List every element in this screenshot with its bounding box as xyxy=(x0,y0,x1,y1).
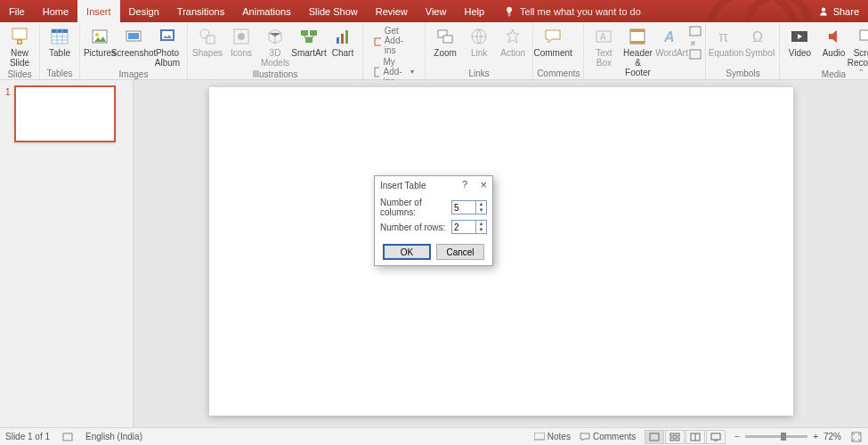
table-button[interactable]: Table xyxy=(44,24,76,58)
language-indicator[interactable]: English (India) xyxy=(85,432,142,441)
columns-input[interactable] xyxy=(452,201,475,214)
cancel-button[interactable]: Cancel xyxy=(436,244,484,260)
zoom-level[interactable]: 72% xyxy=(823,432,841,441)
svg-point-2 xyxy=(821,7,825,12)
group-tables-label: Tables xyxy=(44,67,76,79)
audio-button[interactable]: Audio xyxy=(817,24,849,58)
screen-recording-button[interactable]: Screen Recording xyxy=(851,24,868,68)
rows-up[interactable]: ▲ xyxy=(476,221,486,227)
svg-rect-19 xyxy=(305,37,312,43)
status-bar: Slide 1 of 1 English (India) Notes Comme… xyxy=(0,427,868,445)
notes-icon xyxy=(534,433,545,441)
rows-input[interactable] xyxy=(452,221,475,233)
tab-review[interactable]: Review xyxy=(367,0,417,22)
group-symbols-label: Symbols xyxy=(710,67,775,79)
date-time-icon[interactable] xyxy=(689,26,702,36)
share-button[interactable]: Share xyxy=(818,0,859,22)
normal-view-button[interactable] xyxy=(645,430,664,444)
slide-thumbnail-panel: 1 xyxy=(0,80,134,436)
notes-button[interactable]: Notes xyxy=(534,432,571,441)
svg-rect-31 xyxy=(630,29,645,32)
video-button[interactable]: Video xyxy=(783,24,815,58)
audio-icon xyxy=(823,27,843,46)
title-bar: File Home Insert Design Transitions Anim… xyxy=(0,0,868,22)
svg-rect-22 xyxy=(345,30,348,44)
dialog-help-button[interactable]: ? xyxy=(462,179,467,190)
svg-rect-21 xyxy=(341,34,344,44)
svg-rect-45 xyxy=(670,433,674,436)
svg-rect-10 xyxy=(128,33,139,39)
columns-up[interactable]: ▲ xyxy=(476,201,486,207)
screenshot-icon xyxy=(124,27,143,46)
chart-button[interactable]: Chart xyxy=(327,24,359,58)
3d-models-button[interactable]: 3D Models xyxy=(259,24,291,68)
equation-button[interactable]: πEquation xyxy=(710,24,742,58)
rows-down[interactable]: ▼ xyxy=(476,227,486,233)
columns-down[interactable]: ▼ xyxy=(476,207,486,214)
tab-transitions[interactable]: Transitions xyxy=(168,0,233,22)
new-slide-icon xyxy=(10,27,29,46)
spellcheck-icon[interactable] xyxy=(62,432,73,442)
zoom-out-button[interactable]: − xyxy=(734,432,740,441)
slideshow-view-button[interactable] xyxy=(706,430,726,444)
symbol-button[interactable]: ΩSymbol xyxy=(743,24,775,58)
slide-thumbnail-1[interactable] xyxy=(14,85,116,142)
reading-view-button[interactable] xyxy=(685,430,705,444)
textbox-button[interactable]: AText Box xyxy=(588,24,620,68)
svg-rect-43 xyxy=(534,433,545,440)
zoom-in-button[interactable]: + xyxy=(813,432,818,441)
svg-text:Ω: Ω xyxy=(752,29,763,44)
zoom-slider[interactable] xyxy=(745,435,807,438)
svg-rect-32 xyxy=(630,41,645,44)
tab-file[interactable]: File xyxy=(0,0,34,22)
comments-button[interactable]: Comments xyxy=(580,432,636,441)
wordart-button[interactable]: AWordArt xyxy=(655,24,687,58)
tell-me-search[interactable]: Tell me what you want to do xyxy=(504,6,641,17)
tab-insert[interactable]: Insert xyxy=(77,0,120,22)
sorter-view-button[interactable] xyxy=(665,430,685,444)
smartart-icon xyxy=(299,27,319,46)
shapes-button[interactable]: Shapes xyxy=(191,24,223,58)
group-slides-label: Slides xyxy=(4,68,36,80)
ribbon-tabs: File Home Insert Design Transitions Anim… xyxy=(0,0,493,22)
group-media-label: Media xyxy=(783,68,868,80)
tab-help[interactable]: Help xyxy=(455,0,493,22)
collapse-ribbon-icon[interactable]: ⌃ xyxy=(857,68,864,77)
photo-album-button[interactable]: Photo Album xyxy=(151,24,183,68)
tab-design[interactable]: Design xyxy=(120,0,168,22)
get-addins-button[interactable]: Get Add-ins xyxy=(374,26,414,55)
comments-icon xyxy=(580,433,590,441)
tab-view[interactable]: View xyxy=(417,0,456,22)
object-icon[interactable] xyxy=(689,49,702,60)
action-button[interactable]: Action xyxy=(497,24,529,58)
header-footer-icon xyxy=(628,27,647,46)
svg-rect-17 xyxy=(301,30,308,36)
svg-point-16 xyxy=(238,33,245,40)
tab-slideshow[interactable]: Slide Show xyxy=(300,0,367,22)
comment-button[interactable]: Comment xyxy=(537,24,569,58)
dialog-title: Insert Table xyxy=(380,181,426,190)
svg-text:π: π xyxy=(718,29,728,44)
tab-animations[interactable]: Animations xyxy=(233,0,299,22)
ok-button[interactable]: OK xyxy=(383,244,431,260)
new-slide-button[interactable]: New Slide xyxy=(4,24,36,68)
fit-to-window-button[interactable] xyxy=(850,431,863,443)
store-icon xyxy=(374,36,381,46)
person-icon xyxy=(818,6,829,17)
icons-button[interactable]: Icons xyxy=(225,24,257,58)
comment-icon xyxy=(543,27,563,46)
header-footer-button[interactable]: Header & Footer xyxy=(621,24,653,77)
screenshot-button[interactable]: Screenshot xyxy=(118,24,150,58)
pictures-icon xyxy=(90,27,110,46)
tab-home[interactable]: Home xyxy=(34,0,77,22)
svg-rect-48 xyxy=(676,438,679,441)
rows-label: Number of rows: xyxy=(380,222,451,232)
svg-rect-40 xyxy=(860,30,868,40)
dialog-close-button[interactable]: × xyxy=(480,178,487,191)
slide[interactable] xyxy=(209,87,793,416)
slide-number-icon[interactable]: # xyxy=(689,37,702,48)
smartart-button[interactable]: SmartArt xyxy=(293,24,325,58)
svg-point-13 xyxy=(200,29,209,38)
link-button[interactable]: Link xyxy=(463,24,495,58)
zoom-button[interactable]: Zoom xyxy=(429,24,461,58)
